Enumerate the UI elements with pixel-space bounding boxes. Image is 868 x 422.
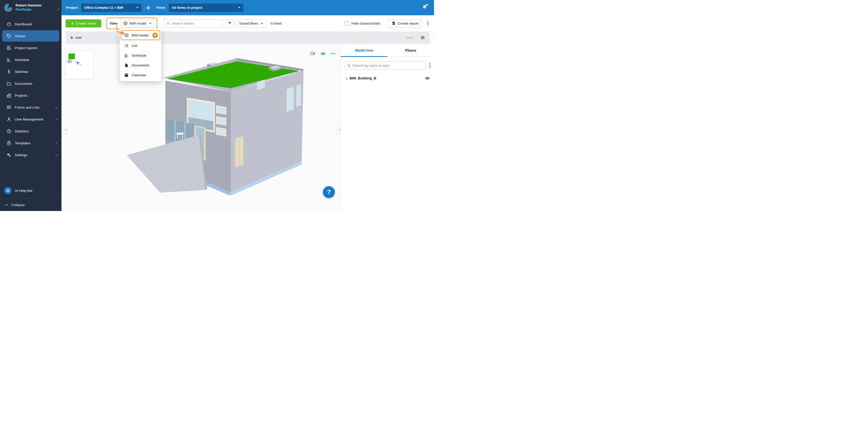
right-panel-collapse-handle[interactable] <box>336 126 340 134</box>
sidebar-item-schedule[interactable]: Schedule <box>2 54 59 65</box>
sidebar-item-projects[interactable]: Projects <box>2 90 59 101</box>
sidebar-item-label: Templates <box>15 141 31 145</box>
tab-floors[interactable]: Floors <box>388 44 434 57</box>
caret-down-icon <box>136 7 138 8</box>
tab-label: Floors <box>405 48 416 53</box>
menu-item-documents[interactable]: Documents <box>120 60 161 70</box>
save-button-disabled[interactable]: Save <box>406 36 413 39</box>
ticket-tag-icon <box>6 34 11 38</box>
help-button[interactable]: ? <box>323 186 335 198</box>
ticket-count: 0 ticket <box>271 22 282 25</box>
project-select[interactable]: Office Complex 11 > BIM <box>81 4 142 12</box>
sidebar-bottom: AI Help Bot Collapse <box>0 185 61 211</box>
create-ticket-button[interactable]: Create Ticket <box>66 19 101 27</box>
brand-name: PlanRadar <box>16 8 41 12</box>
collapse-button[interactable]: Collapse <box>0 199 61 211</box>
funnel-icon <box>227 21 232 25</box>
panel-search-row <box>341 57 434 73</box>
bim-3d-viewer[interactable]: ? <box>61 44 340 211</box>
viewer-more-menu-icon[interactable] <box>330 52 337 56</box>
hide-closed-tickets-toggle[interactable]: Hide closed tickets <box>345 21 380 25</box>
panel-more-menu-icon[interactable] <box>428 62 432 69</box>
sidebar-item-tickets[interactable]: Tickets <box>2 30 59 41</box>
filter-button[interactable] <box>225 19 234 27</box>
notifications-bell-icon[interactable] <box>422 4 427 11</box>
add-button[interactable]: Add <box>70 36 82 39</box>
sidebar-item-label: Projects <box>15 93 27 97</box>
sidebar: Robert Hammer PlanRadar Dashboard Ticket… <box>0 0 61 211</box>
dashboard-icon <box>6 22 11 27</box>
main-content: ? Model tree Floors <box>61 44 434 211</box>
robot-icon <box>4 187 11 194</box>
sidebar-user-block: Robert Hammer PlanRadar <box>16 3 41 12</box>
menu-item-label: Documents <box>132 63 149 67</box>
create-report-button[interactable]: Create report <box>388 19 422 27</box>
statistics-icon <box>6 129 11 134</box>
sidebar-item-statistics[interactable]: Statistics <box>2 125 59 137</box>
view-dropdown-value: BIM model <box>130 22 147 25</box>
camera-view-icon[interactable] <box>309 50 316 57</box>
sidebar-item-settings[interactable]: Settings <box>2 149 59 161</box>
view-label: View <box>110 22 118 25</box>
user-name: Robert Hammer <box>16 3 41 8</box>
tree-item-bim-building-b[interactable]: BIM_Building_B <box>341 73 434 83</box>
search-icon <box>166 21 170 25</box>
menu-item-label: BIM model <box>132 33 149 37</box>
tree-visibility-eye-icon[interactable] <box>425 76 430 81</box>
annotation-step-badge: 4 <box>152 33 158 38</box>
chevron-right-icon <box>55 117 57 121</box>
toolbar-more-menu-icon[interactable] <box>426 20 430 27</box>
user-icon <box>6 117 11 122</box>
view-dropdown-button[interactable]: BIM model <box>120 19 154 27</box>
tree-expand-chevron-icon[interactable] <box>345 76 347 81</box>
saved-filters-dropdown[interactable]: Saved filters <box>236 19 266 27</box>
form-select[interactable]: All forms in project <box>169 4 243 12</box>
siteview-person-icon <box>6 69 11 74</box>
sidebar-item-documents[interactable]: Documents <box>2 78 59 89</box>
view-selector-annotated: View BIM model <box>106 18 157 29</box>
sidebar-item-dashboard[interactable]: Dashboard <box>2 18 59 30</box>
form-label: Form <box>157 6 165 9</box>
project-label: Project <box>66 6 78 9</box>
sidebar-item-templates[interactable]: Templates <box>2 137 59 149</box>
sidebar-item-label: User Management <box>15 117 43 121</box>
plan-thumbnail[interactable] <box>66 51 94 79</box>
calendar-icon <box>124 73 129 77</box>
folder-icon <box>6 81 11 86</box>
search-tickets-box <box>164 19 223 27</box>
menu-item-calendar[interactable]: Calendar <box>120 70 161 80</box>
sidebar-header: Robert Hammer PlanRadar <box>0 0 61 15</box>
ai-help-bot-button[interactable]: AI Help Bot <box>0 185 61 197</box>
view-settings-sliders-icon[interactable] <box>420 35 425 40</box>
left-panel-expand-handle[interactable] <box>63 126 67 134</box>
view-dropdown-menu: BIM model 4 List Schedule Documents Cale… <box>120 28 161 81</box>
topbar: Project Office Complex 11 > BIM Form All… <box>61 0 434 15</box>
collapse-icon <box>5 204 8 205</box>
tab-model-tree[interactable]: Model tree <box>341 44 388 57</box>
create-ticket-label: Create Ticket <box>76 22 96 25</box>
sidebar-expand-icon[interactable] <box>57 6 58 11</box>
sidebar-item-user-management[interactable]: User Management <box>2 114 59 125</box>
create-report-label: Create report <box>398 22 418 25</box>
visibility-eye-icon[interactable] <box>319 50 327 57</box>
chevron-right-icon <box>55 141 57 145</box>
hide-closed-label: Hide closed tickets <box>351 22 380 25</box>
search-tickets-input[interactable] <box>172 22 221 25</box>
sidebar-item-project-reports[interactable]: Project reports <box>2 42 59 54</box>
sidebar-item-siteview[interactable]: SiteView <box>2 66 59 77</box>
menu-item-schedule[interactable]: Schedule <box>120 50 161 60</box>
sidebar-item-label: Settings <box>15 153 27 157</box>
thumbnail-plan-area <box>68 54 75 59</box>
menu-item-list[interactable]: List <box>120 40 161 50</box>
menu-item-label: Calendar <box>132 73 146 77</box>
model-search-box <box>344 61 426 69</box>
menu-item-bim-model[interactable]: BIM model 4 <box>121 30 160 40</box>
forms-icon <box>6 105 11 110</box>
project-settings-gear-icon[interactable] <box>146 5 151 10</box>
location-cursor-icon <box>76 61 82 66</box>
report-doc-icon <box>6 46 11 50</box>
model-search-input[interactable] <box>352 64 424 67</box>
sidebar-item-forms-and-lists[interactable]: Forms and Lists <box>2 102 59 113</box>
project-select-value: Office Complex 11 > BIM <box>84 6 123 9</box>
checkbox-unchecked[interactable] <box>345 21 349 25</box>
